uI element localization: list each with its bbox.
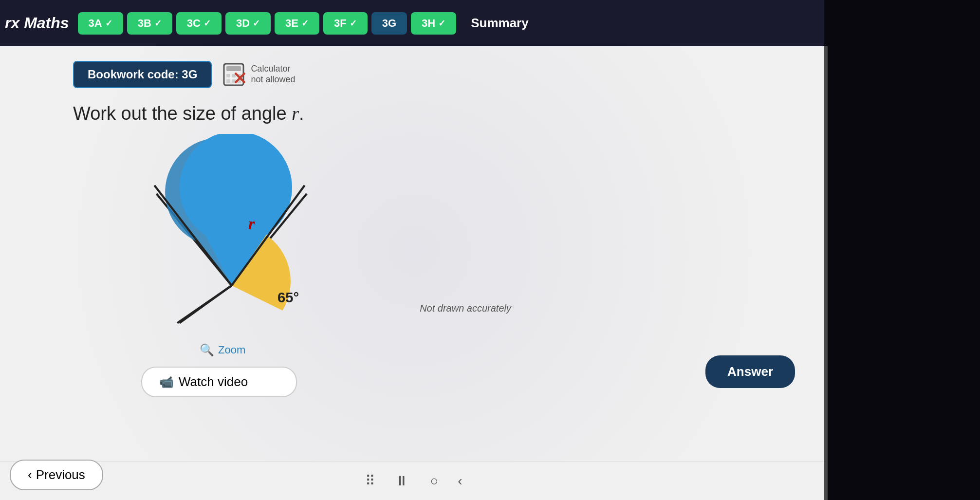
question-text: Work out the size of angle r. bbox=[73, 103, 755, 124]
tab-3f-check: ✓ bbox=[350, 18, 357, 29]
tab-summary[interactable]: Summary bbox=[460, 11, 539, 36]
tab-3g[interactable]: 3G bbox=[371, 12, 407, 35]
tab-3f-label: 3F bbox=[334, 17, 347, 30]
angle-diagram: r 65° Not drawn accurately bbox=[73, 134, 414, 338]
tab-3c-check: ✓ bbox=[203, 18, 211, 29]
tab-3d-label: 3D bbox=[236, 17, 250, 30]
chevron-left-icon: ‹ bbox=[28, 467, 32, 482]
video-icon: 📹 bbox=[159, 375, 174, 389]
tab-3d-check: ✓ bbox=[253, 18, 260, 29]
bookwork-code-badge: Bookwork code: 3G bbox=[73, 61, 212, 88]
bookwork-bar: Bookwork code: 3G Calculator not allowed bbox=[73, 61, 755, 88]
tab-3a-check: ✓ bbox=[105, 18, 112, 29]
bottom-nav-icons: ⠿ ⏸ ○ ‹ bbox=[365, 473, 462, 489]
tab-3c[interactable]: 3C ✓ bbox=[176, 12, 222, 35]
watch-video-label: Watch video bbox=[179, 374, 248, 389]
tab-3a[interactable]: 3A ✓ bbox=[78, 12, 123, 35]
svg-line-16 bbox=[180, 285, 232, 323]
calculator-info: Calculator not allowed bbox=[222, 62, 295, 87]
tab-3b-label: 3B bbox=[138, 17, 151, 30]
tab-3h-check: ✓ bbox=[438, 18, 445, 29]
vertical-bars-icon: ⏸ bbox=[395, 473, 410, 489]
diagram-svg: r 65° bbox=[73, 134, 365, 329]
watch-video-button[interactable]: 📹 Watch video bbox=[141, 367, 297, 397]
r-label: r bbox=[248, 214, 255, 233]
tab-3h[interactable]: 3H ✓ bbox=[411, 12, 456, 35]
previous-button[interactable]: ‹ Previous bbox=[10, 460, 103, 490]
tab-3c-label: 3C bbox=[187, 17, 201, 30]
tab-3e-label: 3E bbox=[285, 17, 298, 30]
header-bar: rx Maths 3A ✓ 3B ✓ 3C ✓ 3D ✓ 3E ✓ 3F ✓ 3… bbox=[0, 0, 828, 46]
zoom-button[interactable]: 🔍 Zoom bbox=[200, 343, 755, 357]
calculator-status-text: Calculator not allowed bbox=[251, 64, 295, 85]
menu-grid-icon[interactable]: ⠿ bbox=[365, 473, 375, 489]
tab-3b[interactable]: 3B ✓ bbox=[127, 12, 172, 35]
not-drawn-label: Not drawn accurately bbox=[420, 303, 511, 314]
svg-rect-5 bbox=[226, 79, 230, 83]
tab-3b-check: ✓ bbox=[154, 18, 162, 29]
svg-rect-2 bbox=[226, 74, 230, 77]
tab-3f[interactable]: 3F ✓ bbox=[323, 12, 368, 35]
svg-rect-3 bbox=[232, 74, 236, 77]
tab-3e[interactable]: 3E ✓ bbox=[275, 12, 319, 35]
calculator-icon bbox=[222, 62, 246, 87]
tab-summary-label: Summary bbox=[471, 16, 529, 31]
angle-variable: r bbox=[292, 103, 299, 124]
tab-3d[interactable]: 3D ✓ bbox=[225, 12, 271, 35]
tab-3h-label: 3H bbox=[422, 17, 435, 30]
app-title: rx Maths bbox=[5, 14, 69, 32]
zoom-icon: 🔍 bbox=[200, 343, 214, 357]
circle-icon: ○ bbox=[430, 473, 438, 489]
previous-label: Previous bbox=[36, 467, 85, 482]
tab-3g-label: 3G bbox=[382, 17, 396, 30]
svg-rect-1 bbox=[226, 66, 241, 71]
answer-button[interactable]: Answer bbox=[705, 355, 795, 388]
tab-3a-label: 3A bbox=[89, 17, 102, 30]
zoom-label: Zoom bbox=[218, 344, 245, 356]
back-icon[interactable]: ‹ bbox=[458, 473, 462, 489]
angle-65-label: 65° bbox=[277, 290, 299, 305]
tab-3e-check: ✓ bbox=[301, 18, 309, 29]
bottom-bar: ⠿ ⏸ ○ ‹ bbox=[0, 461, 828, 500]
